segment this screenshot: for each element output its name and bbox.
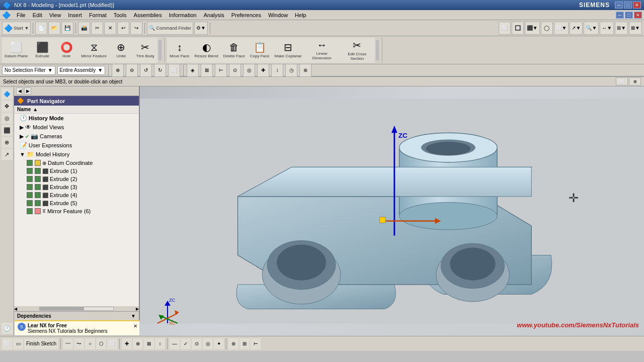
fullscreen-btn[interactable]: ⬜ — [616, 77, 628, 85]
view-btn7[interactable]: 🔍▼ — [584, 22, 599, 35]
view-btn8[interactable]: ↔▼ — [600, 22, 614, 35]
inner-close[interactable]: ✕ — [634, 12, 642, 19]
snap-button[interactable]: 📸 — [78, 22, 90, 35]
constraint-btn3[interactable]: ⊠ — [144, 338, 154, 349]
view-btn9[interactable]: ⊞▼ — [615, 22, 628, 35]
sidebar-btn5[interactable]: ⊕ — [2, 137, 13, 148]
nav-scrollbar[interactable]: ◀ ▶ — [14, 306, 139, 311]
dependencies-header[interactable]: Dependencies ▼ — [14, 312, 139, 320]
constraint-btn4[interactable]: ↕ — [155, 338, 165, 349]
nav-item-history-mode[interactable]: 🕐 History Mode — [14, 114, 139, 123]
snap-filter-btn8[interactable]: ⊢ — [215, 64, 227, 77]
snap-filter-btn5[interactable]: ⬜ — [168, 64, 180, 77]
move-face-button[interactable]: ↕ Move Face — [167, 38, 192, 63]
scroll-track[interactable] — [39, 307, 114, 311]
constraint-btn2[interactable]: ⊕ — [133, 338, 143, 349]
mirror-feature-button[interactable]: ⧖ Mirror Feature — [78, 38, 109, 63]
minimize-button[interactable]: ─ — [615, 2, 623, 9]
redo-button[interactable]: ↪ — [130, 22, 142, 35]
cut-button[interactable]: ✂ — [91, 22, 103, 35]
menu-format[interactable]: Format — [86, 11, 110, 19]
new-button[interactable]: 📄 — [35, 22, 47, 35]
view-btn6[interactable]: ↗▼ — [570, 22, 583, 35]
sketch-rect-btn[interactable]: ⬜ — [107, 338, 117, 349]
sidebar-btn6[interactable]: ↗ — [2, 149, 13, 160]
menu-edit[interactable]: Edit — [30, 11, 45, 19]
view-btn5[interactable]: ⬜▼ — [554, 22, 569, 35]
undo-button[interactable]: ↩ — [117, 22, 129, 35]
nav-item-user-expressions[interactable]: 📝 User Expressions — [14, 141, 139, 150]
unite-button[interactable]: ⊕ Unite — [109, 38, 133, 63]
nav-forward-arrow[interactable]: ▶ — [24, 87, 31, 95]
menu-file[interactable]: File — [14, 11, 29, 19]
tool-btn3[interactable]: ⊢ — [251, 338, 261, 349]
snap-filter-btn7[interactable]: ⊠ — [201, 64, 213, 77]
view-btn4[interactable]: ◯ — [541, 22, 553, 35]
snap-filter-btn1[interactable]: ⊕ — [112, 64, 124, 77]
scroll-left[interactable]: ◀ — [14, 307, 17, 311]
close-button[interactable]: ✕ — [633, 2, 641, 9]
scroll-right[interactable]: ▶ — [136, 307, 139, 311]
nav-item-extrude1[interactable]: ⬛ Extrude (1) — [14, 167, 139, 175]
dim-btn1[interactable]: — — [170, 338, 180, 349]
view-btn1[interactable]: ⬜ — [499, 22, 511, 35]
sketch-btn1[interactable]: ⬜ — [2, 338, 12, 349]
open-button[interactable]: 📂 — [48, 22, 60, 35]
nav-item-model-views[interactable]: ▶ 👁 Model Views — [14, 123, 139, 132]
view-btn10[interactable]: ⊠▼ — [629, 22, 642, 35]
viewport[interactable]: ZC ✛ www.youtube.com/SiemensNxTutorials … — [140, 86, 644, 336]
nav-back-arrow[interactable]: ◀ — [16, 87, 23, 95]
snap-filter-btn4[interactable]: ↻ — [154, 64, 166, 77]
menu-help[interactable]: Help — [292, 11, 309, 19]
nav-item-extrude4[interactable]: ⬛ Extrude (4) — [14, 191, 139, 199]
snap-filter-btn6[interactable]: ◈ — [187, 64, 199, 77]
nav-item-mirror-feature[interactable]: ⧖ Mirror Feature (6) — [14, 207, 139, 215]
inner-minimize[interactable]: ─ — [616, 12, 624, 19]
sketch-line-btn[interactable]: 〰 — [63, 338, 73, 349]
maximize-button[interactable]: □ — [624, 2, 632, 9]
nav-item-datum-coord[interactable]: ⊕ Datum Coordinate — [14, 159, 139, 167]
dim-btn4[interactable]: ◎ — [203, 338, 213, 349]
snap-filter-btn3[interactable]: ↺ — [140, 64, 152, 77]
constraint-btn1[interactable]: ✚ — [122, 338, 132, 349]
sidebar-btn3[interactable]: ◎ — [2, 113, 13, 124]
trim-body-button[interactable]: ✂ Trim Body — [133, 38, 157, 63]
snap-filter-btn13[interactable]: ◷ — [285, 64, 297, 77]
layout-btn[interactable]: ⊞ — [629, 77, 641, 85]
settings-button[interactable]: ⚙▼ — [194, 22, 208, 35]
extrude-button[interactable]: ⬛ Extrude — [30, 38, 54, 63]
nav-item-extrude5[interactable]: ⬛ Extrude (5) — [14, 199, 139, 207]
view-btn2[interactable]: 🔲 — [512, 22, 524, 35]
sketch-circle-btn[interactable]: ○ — [85, 338, 95, 349]
inner-maximize[interactable]: □ — [625, 12, 633, 19]
notification-close-button[interactable]: ✕ — [133, 323, 137, 329]
menu-tools[interactable]: Tools — [111, 11, 130, 19]
snap-filter-btn12[interactable]: ↕ — [271, 64, 283, 77]
snap-filter-btn14[interactable]: ⊛ — [299, 64, 311, 77]
dim-btn3[interactable]: ⊙ — [192, 338, 202, 349]
scroll-thumb[interactable] — [40, 307, 84, 310]
view-btn3[interactable]: ⬛▼ — [525, 22, 540, 35]
delete-face-button[interactable]: 🗑 Delete Face — [221, 38, 248, 63]
save-button[interactable]: 💾 — [61, 22, 73, 35]
sketch-hex-btn[interactable]: ⬡ — [96, 338, 106, 349]
cancel-button[interactable]: ✕ — [104, 22, 116, 35]
finish-sketch-btn[interactable]: Finish Sketch — [24, 338, 58, 349]
nav-item-cameras[interactable]: ▶ ✔ 📷 Cameras — [14, 132, 139, 141]
menu-assemblies[interactable]: Assemblies — [130, 11, 165, 19]
menu-analysis[interactable]: Analysis — [201, 11, 227, 19]
start-button[interactable]: 🔷 Start ▼ — [2, 22, 31, 35]
sidebar-btn4[interactable]: ⬛ — [2, 125, 13, 136]
sketch-arc-btn[interactable]: 〜 — [74, 338, 84, 349]
sketch-btn2[interactable]: ▭ — [13, 338, 23, 349]
snap-filter-btn10[interactable]: ◎ — [243, 64, 255, 77]
edit-cross-section-button[interactable]: ✂ Edit Cross Section — [340, 38, 375, 63]
selection-filter-dropdown[interactable]: No Selection Filter ▼ — [2, 66, 55, 75]
linear-dimension-button[interactable]: ↔ Linear Dimension — [304, 38, 340, 63]
dim-btn2[interactable]: ✓ — [181, 338, 191, 349]
nav-item-extrude2[interactable]: ⬛ Extrude (2) — [14, 175, 139, 183]
nav-item-model-history[interactable]: ▼ 📁 Model History — [14, 150, 139, 159]
sidebar-btn1[interactable]: 🔷 — [2, 88, 13, 100]
copy-face-button[interactable]: 📋 Copy Face — [248, 38, 272, 63]
menu-preferences[interactable]: Preferences — [228, 11, 264, 19]
